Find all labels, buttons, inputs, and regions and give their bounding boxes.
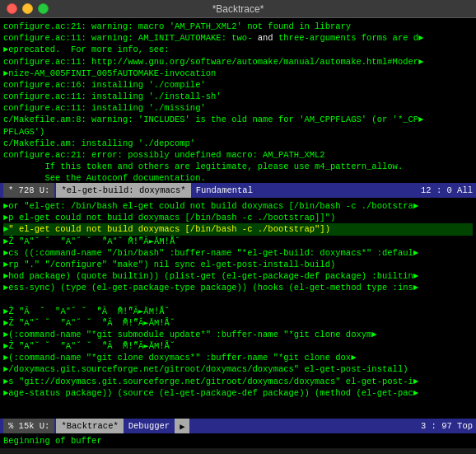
mode-status-bottom: % 15k U: (3, 419, 54, 433)
terminal-line: ►nize-AM_005FINIT_005fAUTOMAKE-invocatio… (3, 68, 473, 79)
terminal-line: c/Makefile.am: installing './depcomp' (3, 138, 473, 149)
terminal-line: configure.ac:11: installing './missing' (3, 102, 473, 114)
mode-buffername-bottom: *Backtrace* (56, 419, 123, 433)
terminal-line: ►rp "." "/configure" "make") nil sync el… (3, 259, 473, 270)
mode-major-bottom: Debugger (125, 421, 173, 431)
terminal-line: ►ess-sync) (type (el-get-package-type pa… (3, 282, 473, 293)
terminal-line: configure.ac:11: warning: AM_INIT_AUTOMA… (3, 32, 473, 44)
terminal-line: ►Z̆ ̇"A"̆ ̆ ̈"A"̆ ̆ ̉"Ă ̆̊M!̆̋"Ă►̌AM!̆… (3, 340, 473, 352)
echo-text: Beginning of buffer (3, 436, 102, 446)
terminal-line: ►/doxymacs.git.sourceforge.net/gitroot/d… (3, 363, 473, 375)
terminal-line: PFLAGS') (3, 126, 473, 138)
terminal-line: configure.ac:16: installing './compile' (3, 79, 473, 91)
terminal-line: If this token and others are legitimate,… (3, 161, 473, 172)
terminal-line: ►p el-get could not build doxymacs [/bin… (3, 212, 473, 223)
mode-position-bottom: 3 : 97 Top (421, 421, 473, 431)
terminal-line: configure.ac:11: installing './install-s… (3, 91, 473, 102)
mode-position-top: 12 : 0 All (421, 185, 473, 195)
bottom-terminal[interactable]: ►or "el-get: /bin/bash el-get could not … (0, 198, 476, 419)
terminal-line: ►cs ((:command-name "/bin/bash" :buffer-… (3, 247, 473, 259)
window-controls[interactable] (7, 3, 49, 14)
terminal-line: ►(:command-name "*git clone doxymacs*" :… (3, 352, 473, 363)
echo-area: Beginning of buffer (0, 433, 476, 448)
terminal-highlighted-line: ►" el-get could not build doxymacs [/bin… (3, 223, 473, 235)
modeline-bottom: % 15k U: *Backtrace* Debugger ▶ 3 : 97 T… (0, 419, 476, 433)
terminal-line: ►eprecated. For more info, see: (3, 44, 473, 55)
window-title: *Backtrace* (212, 3, 264, 15)
terminal-line: configure.ac:21: warning: macro 'AM_PATH… (3, 21, 473, 32)
mode-major-top: Fundamental (193, 185, 421, 195)
top-terminal[interactable]: configure.ac:21: warning: macro 'AM_PATH… (0, 18, 476, 183)
terminal-line: configure.ac:11: http://www.gnu.org/soft… (3, 56, 473, 68)
mode-buffername-top: *el-get-build: doxymacs* (56, 183, 190, 198)
titlebar: *Backtrace* (0, 0, 476, 18)
modeline-top: * 728 U: *el-get-build: doxymacs* Fundam… (0, 183, 476, 198)
mode-arrow-bottom: ▶ (175, 419, 189, 433)
terminal-line: ►Z̆ ̇"A"̆ ̆ ̈"A"̆ ̆ ̉"Ă ̆̊M!̆̋"Ă►̌AM!̆… (3, 317, 473, 329)
maximize-button[interactable] (38, 3, 49, 14)
highlighted-text: " el-get could not build doxymacs [/bin/… (8, 224, 330, 234)
terminal-line: See the Autoconf documentation. (3, 172, 473, 183)
mode-status-top: * 728 U: (3, 183, 54, 198)
terminal-line: c/Makefile.am:8: warning: 'INCLUDES' is … (3, 114, 473, 125)
terminal-line: ►hod package) (quote builtin)) (plist-ge… (3, 270, 473, 282)
terminal-line: ►(:command-name "*git submodule update*"… (3, 329, 473, 340)
terminal-line (3, 293, 473, 305)
close-button[interactable] (7, 3, 17, 14)
terminal-line: ►Z̆ ̇"Ă ̆ ̈"A"̆ ̆ ̉"Ă ̆̊M!̆̋"Ă►̌AM!̆A… (3, 306, 473, 317)
minimize-button[interactable] (22, 3, 33, 14)
highlight-and: and (258, 33, 273, 43)
terminal-line: configure.ac:21: error: possibly undefin… (3, 149, 473, 161)
terminal-line: ►s "git://doxymacs.git.sourceforge.net/g… (3, 376, 473, 387)
terminal-line: ►or "el-get: /bin/bash el-get could not … (3, 200, 473, 212)
terminal-line: ►age-status package)) (source (el-get-pa… (3, 387, 473, 399)
terminal-line: ►Z̆ ̇"A"̆ ̆ ̈"A"̆ ̆ ̉"A"̆ ̆̊M!̆̋"Ă►̌AM!… (3, 236, 473, 247)
